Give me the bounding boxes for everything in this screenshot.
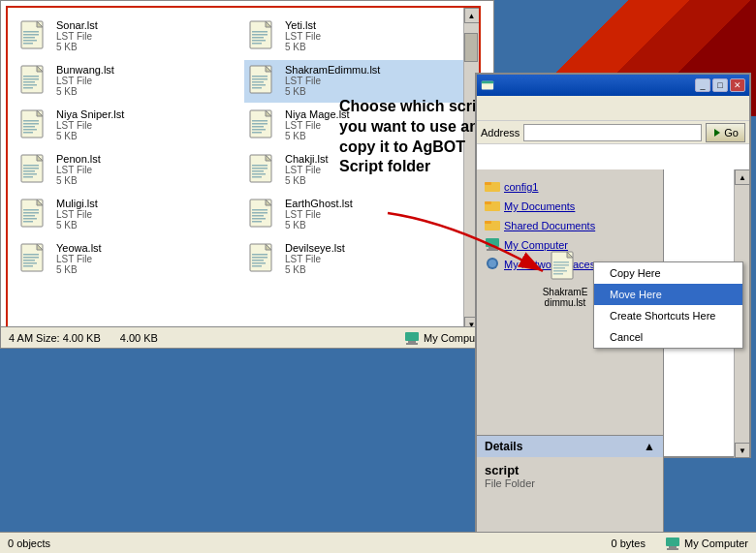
svg-rect-55: [23, 176, 33, 178]
svg-rect-51: [23, 165, 39, 167]
file-item[interactable]: Penon.lst LST File 5 KB: [16, 149, 242, 192]
tree-item[interactable]: config1: [481, 177, 659, 197]
svg-rect-14: [252, 40, 266, 42]
file-item[interactable]: Sonar.lst LST File 5 KB: [16, 15, 242, 58]
file-name: Sonar.lst: [56, 19, 98, 31]
svg-rect-94: [252, 262, 266, 264]
svg-rect-4: [23, 34, 39, 36]
svg-rect-78: [252, 218, 266, 220]
svg-rect-69: [23, 215, 35, 217]
svg-rect-15: [252, 43, 262, 45]
file-name: Yeti.lst: [285, 19, 321, 31]
file-size: 5 KB: [56, 175, 101, 186]
file-name: EarthGhost.lst: [285, 198, 353, 209]
file-name: Chakji.lst: [285, 153, 329, 165]
file-type: LST File: [56, 165, 101, 175]
details-item-name: script: [485, 463, 655, 477]
svg-rect-118: [553, 264, 569, 266]
file-type: LST File: [285, 254, 345, 264]
go-label: Go: [724, 127, 739, 138]
context-menu-item-move-here[interactable]: Move Here: [594, 284, 742, 305]
svg-rect-39: [23, 132, 33, 134]
address-input[interactable]: [523, 124, 702, 141]
context-menu: Copy HereMove HereCreate Shortcuts HereC…: [593, 261, 743, 349]
file-item[interactable]: Bunwang.lst LST File 5 KB: [16, 60, 242, 103]
go-button[interactable]: Go: [706, 123, 745, 142]
file-item[interactable]: Yeowa.lst LST File 5 KB: [16, 238, 242, 281]
file-type: LST File: [285, 209, 353, 220]
svg-rect-35: [23, 120, 39, 122]
svg-rect-96: [405, 332, 419, 341]
svg-rect-29: [252, 81, 264, 83]
svg-rect-121: [553, 273, 563, 275]
svg-rect-45: [252, 126, 264, 128]
details-header: Details ▲: [477, 436, 663, 457]
computer-status-icon: [665, 537, 680, 550]
tree-item-icon: [485, 179, 500, 195]
file-name: Muligi.lst: [56, 198, 98, 209]
context-menu-item-create-shortcuts-here[interactable]: Create Shortcuts Here: [594, 305, 742, 326]
file-icon: [248, 64, 279, 99]
file-icon: [19, 19, 50, 54]
objects-count: 0 objects: [8, 538, 50, 549]
svg-rect-31: [252, 87, 262, 89]
file-type: LST File: [285, 76, 380, 86]
file-type: LST File: [56, 120, 124, 131]
file-icon: [248, 198, 279, 232]
svg-rect-75: [252, 209, 268, 211]
dragged-file-svg: [550, 250, 581, 285]
panel-content-spacer: [477, 144, 749, 171]
right-scroll-up[interactable]: ▲: [735, 169, 750, 185]
details-content: script File Folder: [477, 457, 663, 495]
details-title-label: Details: [485, 440, 522, 453]
scroll-up-btn[interactable]: ▲: [464, 8, 480, 23]
context-menu-item-copy-here[interactable]: Copy Here: [594, 262, 742, 284]
file-type: LST File: [56, 254, 102, 264]
file-item[interactable]: Niya Sniper.lst LST File 5 KB: [16, 105, 242, 147]
svg-rect-87: [23, 265, 33, 267]
svg-rect-6: [23, 40, 37, 42]
annotation-label: Choose which script you want to use and …: [339, 98, 490, 174]
details-collapse-icon[interactable]: ▲: [644, 440, 655, 453]
svg-rect-67: [23, 209, 39, 211]
scroll-thumb[interactable]: [464, 33, 478, 62]
svg-rect-63: [252, 176, 262, 178]
svg-rect-95: [252, 265, 262, 267]
details-panel: Details ▲ script File Folder: [475, 435, 664, 532]
file-info: Yeti.lst LST File 5 KB: [285, 19, 321, 52]
file-size: 5 KB: [285, 175, 329, 186]
svg-rect-53: [23, 170, 35, 172]
svg-rect-123: [669, 546, 677, 548]
svg-rect-98: [406, 343, 418, 345]
minimize-btn[interactable]: _: [695, 78, 710, 92]
maximize-btn[interactable]: □: [712, 78, 728, 92]
right-scroll-down[interactable]: ▼: [735, 443, 750, 458]
svg-rect-3: [23, 31, 39, 33]
svg-rect-97: [408, 341, 416, 343]
file-size: 5 KB: [285, 42, 321, 52]
file-item[interactable]: Muligi.lst LST File 5 KB: [16, 194, 242, 236]
svg-rect-70: [23, 218, 37, 220]
file-info: Sonar.lst LST File 5 KB: [56, 19, 98, 52]
svg-rect-77: [252, 215, 264, 217]
svg-rect-52: [23, 168, 39, 169]
svg-rect-61: [252, 170, 264, 172]
svg-rect-54: [23, 173, 37, 175]
file-type: LST File: [56, 31, 98, 42]
file-item[interactable]: Yeti.lst LST File 5 KB: [244, 15, 471, 58]
file-info: Niya Sniper.lst LST File 5 KB: [56, 108, 124, 141]
svg-rect-120: [553, 270, 567, 272]
svg-rect-91: [252, 254, 268, 256]
file-size: 5 KB: [56, 264, 102, 275]
svg-rect-93: [252, 260, 264, 261]
svg-rect-13: [252, 37, 264, 39]
svg-rect-22: [23, 84, 37, 86]
close-btn[interactable]: ✕: [730, 78, 745, 92]
svg-rect-23: [23, 87, 33, 89]
file-type: LST File: [285, 165, 329, 175]
svg-rect-19: [23, 76, 39, 77]
svg-rect-28: [252, 78, 268, 80]
context-menu-item-cancel[interactable]: Cancel: [594, 326, 742, 348]
svg-rect-11: [252, 31, 268, 33]
file-type: LST File: [56, 76, 114, 86]
